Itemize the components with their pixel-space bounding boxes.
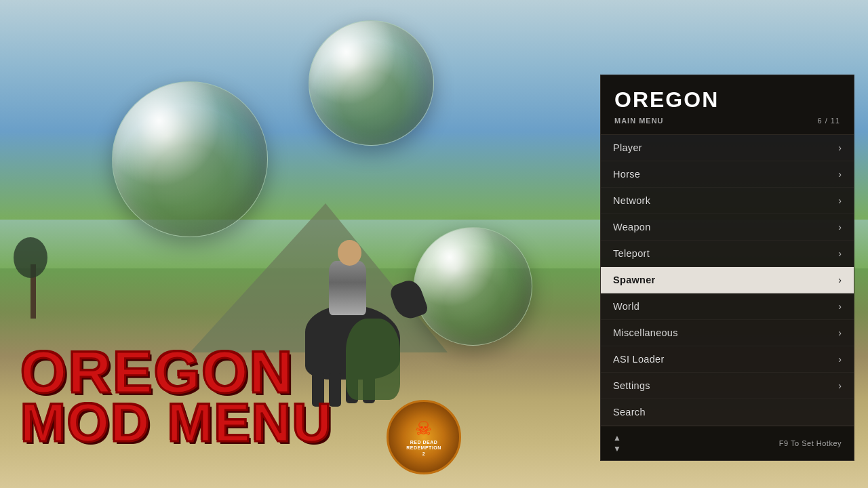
tree-top [14,237,47,278]
overlay-title: OREGON MOD MENU [20,345,332,447]
menu-item-spawner[interactable]: Spawner› [601,267,854,293]
menu-item-arrow-horse: › [838,169,842,180]
menu-title: OREGON [614,87,840,113]
menu-item-label-weapon: Weapon [613,222,651,232]
overlay-oregon: OREGON [20,345,332,399]
rdr2-text: RED DEAD REDEMPTION 2 [406,440,441,457]
bush [346,319,400,400]
menu-item-world[interactable]: World› [601,293,854,320]
menu-item-arrow-teleport: › [838,248,842,259]
menu-item-teleport[interactable]: Teleport› [601,241,854,267]
menu-item-asi-loader[interactable]: ASI Loader› [601,346,854,373]
menu-item-player[interactable]: Player› [601,135,854,161]
badge-number: 2 [406,451,441,457]
badge-title: RED DEAD [406,440,441,445]
menu-item-horse[interactable]: Horse› [601,161,854,188]
sphere-bottom-right [414,227,532,346]
menu-item-arrow-player: › [838,142,842,153]
menu-footer: ▲ ▼ F9 To Set Hotkey [601,426,854,460]
menu-header: OREGON MAIN MENU 6 / 11 [601,75,854,135]
rdr2-inner: ☠ RED DEAD REDEMPTION 2 [406,418,441,457]
overlay-mod-menu: MOD MENU [20,399,332,447]
menu-item-label-miscellaneous: Miscellaneous [613,327,678,338]
rider-body [329,261,366,315]
menu-counter: 6 / 11 [817,117,840,125]
nav-arrows: ▲ ▼ [613,433,621,453]
menu-item-label-asi-loader: ASI Loader [613,354,665,365]
menu-item-arrow-asi-loader: › [838,354,842,365]
menu-item-arrow-settings: › [838,380,842,391]
arrow-down-icon: ▼ [613,444,621,453]
menu-panel: OREGON MAIN MENU 6 / 11 Player›Horse›Net… [600,75,854,461]
menu-item-miscellaneous[interactable]: Miscellaneous› [601,320,854,346]
menu-item-arrow-spawner: › [838,274,842,285]
sphere-top-reflection [309,21,433,145]
badge-subtitle: REDEMPTION [406,445,441,451]
rdr2-badge: ☠ RED DEAD REDEMPTION 2 [387,400,461,474]
menu-item-arrow-world: › [838,301,842,312]
menu-item-arrow-weapon: › [838,222,842,232]
hotkey-text: F9 To Set Hotkey [779,439,842,447]
arrow-up-icon: ▲ [613,433,621,443]
sphere-reflection [113,82,267,237]
menu-item-search[interactable]: Search [601,399,854,426]
menu-item-label-teleport: Teleport [613,248,650,259]
sphere-left [112,81,268,237]
menu-item-label-search: Search [613,407,646,418]
menu-subtitle-label: MAIN MENU [614,117,664,125]
menu-item-label-horse: Horse [613,169,640,180]
horse-head [388,277,429,323]
menu-item-arrow-miscellaneous: › [838,327,842,338]
menu-item-weapon[interactable]: Weapon› [601,214,854,241]
rdr2-skull-icon: ☠ [406,418,441,440]
menu-item-label-player: Player [613,142,642,153]
sphere-top [309,20,434,146]
menu-item-network[interactable]: Network› [601,188,854,214]
menu-item-label-world: World [613,301,639,312]
menu-item-label-spawner: Spawner [613,274,656,285]
menu-item-arrow-network: › [838,195,842,206]
menu-items-list: Player›Horse›Network›Weapon›Teleport›Spa… [601,135,854,426]
sphere-br-reflection [414,228,532,345]
menu-item-label-settings: Settings [613,380,650,391]
menu-item-settings[interactable]: Settings› [601,373,854,399]
rider-head [338,240,361,266]
menu-subtitle-row: MAIN MENU 6 / 11 [614,117,840,125]
menu-item-label-network: Network [613,195,650,206]
